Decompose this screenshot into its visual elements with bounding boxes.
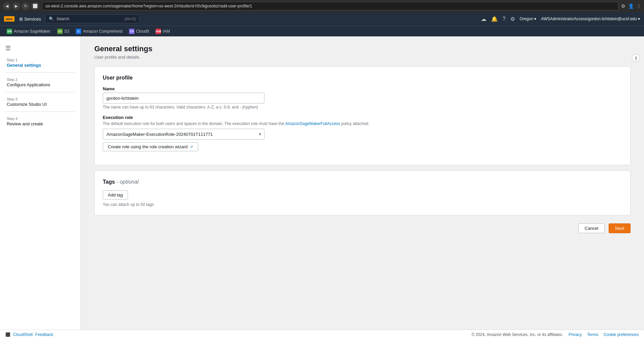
- aws-logo: aws: [4, 16, 14, 22]
- footer: ⬛ CloudShell Feedback © 2024, Amazon Web…: [0, 330, 644, 339]
- name-label: Name: [103, 86, 622, 91]
- sidebar-menu-button[interactable]: ☰: [0, 42, 16, 55]
- cookie-preferences-link[interactable]: Cookie preferences: [604, 332, 639, 337]
- execution-role-desc2: policy attached.: [341, 121, 369, 126]
- cloudshell-label[interactable]: CloudShell: [13, 332, 33, 337]
- execution-role-link[interactable]: AmazonSageMakerFullAccess: [285, 121, 340, 126]
- search-icon: 🔍: [49, 17, 54, 21]
- sidebar: ☰ Step 1 General settings Step 2 Configu…: [0, 36, 81, 330]
- help-icon[interactable]: ?: [503, 16, 506, 22]
- name-field: Name The name can have up to 63 characte…: [103, 86, 622, 110]
- name-hint: The name can have up to 63 characters. V…: [103, 105, 622, 110]
- sidebar-step-2: Step 2 Configure Applications: [0, 74, 80, 91]
- create-role-button[interactable]: Create role using the role creation wiza…: [103, 142, 198, 151]
- services-label: Services: [24, 17, 41, 22]
- info-icon[interactable]: ℹ: [632, 54, 640, 62]
- fav-label-s3: S3: [64, 29, 69, 34]
- url-bar[interactable]: us-west-2.console.aws.amazon.com/sagemak…: [42, 2, 618, 10]
- fav-item-comprehend[interactable]: C Amazon Comprehend: [73, 28, 125, 35]
- execution-role-field: Execution role The default execution rol…: [103, 115, 622, 151]
- topnav-right: ☁ 🔔 ? ⚙ Oregon ▾ AWSAdministratorAccess/…: [481, 16, 640, 22]
- extensions-icon[interactable]: ⚙: [621, 3, 625, 9]
- external-link-icon: ↗: [190, 145, 193, 149]
- region-button[interactable]: Oregon ▾: [520, 17, 536, 21]
- fav-label-comprehend: Amazon Comprehend: [83, 29, 122, 34]
- comprehend-icon: C: [76, 29, 81, 34]
- bell-icon[interactable]: 🔔: [491, 16, 498, 22]
- divider-3: [5, 112, 75, 112]
- tags-title: Tags - optional: [103, 179, 622, 185]
- tags-card: Tags - optional Add tag You can attach u…: [94, 171, 631, 215]
- feedback-label[interactable]: Feedback: [35, 332, 53, 337]
- copyright-text: © 2024, Amazon Web Services, Inc. or its…: [472, 332, 563, 337]
- more-icon[interactable]: ⋮: [637, 3, 641, 9]
- fav-item-s3[interactable]: S3 S3: [55, 28, 72, 35]
- cloud-icon[interactable]: ☁: [481, 16, 486, 22]
- fav-item-iam[interactable]: IAM IAM: [153, 28, 172, 35]
- back-button[interactable]: ◀: [3, 2, 11, 10]
- fav-label-sagemaker: Amazon SageMaker: [14, 29, 51, 34]
- account-button[interactable]: AWSAdministratorAccess/gordon.lichtstein…: [541, 17, 640, 21]
- execution-role-select-wrapper: AmazonSageMaker-ExecutionRole-20240701T1…: [103, 129, 264, 140]
- s3-icon: S3: [57, 29, 63, 34]
- divider-1: [5, 72, 75, 73]
- aws-topnav: aws ⊞ Services 🔍 Search [Alt+S] ☁ 🔔 ? ⚙ …: [0, 12, 644, 26]
- step4-label: Step 4: [7, 117, 75, 121]
- tags-title-text: Tags: [103, 179, 115, 185]
- tags-hint: You can attach up to 50 tags: [103, 202, 622, 207]
- forward-button[interactable]: ▶: [12, 2, 20, 10]
- account-label: AWSAdministratorAccess/gordon.lichtstein…: [541, 17, 640, 21]
- browser-nav-btns: ◀ ▶ ↻ ⬜: [3, 2, 39, 10]
- sidebar-step-4: Step 4 Review and create: [0, 113, 80, 130]
- tab-button[interactable]: ⬜: [31, 2, 39, 10]
- region-label: Oregon ▾: [520, 17, 536, 21]
- content-area: General settings User profile and detail…: [81, 36, 644, 330]
- execution-role-desc-text: The default execution role for both user…: [103, 121, 284, 126]
- divider-2: [5, 92, 75, 92]
- user-profile-card: User profile Name The name can have up t…: [94, 66, 631, 165]
- search-shortcut: [Alt+S]: [125, 17, 136, 21]
- step2-title: Configure Applications: [7, 82, 75, 87]
- step3-label: Step 3: [7, 97, 75, 101]
- terms-link[interactable]: Terms: [587, 332, 598, 337]
- profile-icon[interactable]: 👤: [628, 3, 634, 9]
- services-button[interactable]: ⊞ Services: [19, 17, 41, 22]
- fav-item-sagemaker[interactable]: SM Amazon SageMaker: [4, 28, 53, 35]
- main-layout: ☰ Step 1 General settings Step 2 Configu…: [0, 36, 644, 330]
- add-tag-button[interactable]: Add tag: [103, 190, 128, 199]
- page-title: General settings: [94, 44, 631, 53]
- execution-role-description: The default execution role for both user…: [103, 121, 622, 126]
- footer-right: © 2024, Amazon Web Services, Inc. or its…: [472, 332, 639, 337]
- step2-label: Step 2: [7, 78, 75, 82]
- sidebar-step-3: Step 3 Customize Studio UI: [0, 94, 80, 110]
- execution-role-select[interactable]: AmazonSageMaker-ExecutionRole-20240701T1…: [103, 129, 264, 140]
- step3-title: Customize Studio UI: [7, 102, 75, 107]
- fav-label-iam: IAM: [163, 29, 170, 34]
- name-input[interactable]: [103, 93, 264, 103]
- create-role-label: Create role using the role creation wiza…: [108, 144, 188, 149]
- action-bar: Cancel Next: [94, 223, 631, 241]
- terminal-icon: ⬛: [5, 332, 10, 337]
- search-placeholder: Search: [57, 17, 69, 21]
- step4-title: Review and create: [7, 121, 75, 126]
- sidebar-step-1: Step 1 General settings: [0, 55, 80, 71]
- privacy-link[interactable]: Privacy: [569, 332, 582, 337]
- browser-bar: ◀ ▶ ↻ ⬜ us-west-2.console.aws.amazon.com…: [0, 0, 644, 12]
- step1-label: Step 1: [7, 58, 75, 62]
- execution-role-label: Execution role: [103, 115, 622, 120]
- grid-icon: ⊞: [19, 17, 23, 22]
- browser-icons: ⚙ 👤 ⋮: [621, 3, 641, 9]
- cloud9-icon: C9: [129, 29, 134, 34]
- fav-item-cloud9[interactable]: C9 Cloud9: [126, 28, 152, 35]
- reload-button[interactable]: ↻: [22, 2, 30, 10]
- fav-label-cloud9: Cloud9: [136, 29, 149, 34]
- gear-icon[interactable]: ⚙: [510, 16, 515, 22]
- step1-title: General settings: [7, 63, 75, 68]
- iam-icon: IAM: [156, 29, 161, 34]
- cancel-button[interactable]: Cancel: [578, 223, 605, 233]
- url-text: us-west-2.console.aws.amazon.com/sagemak…: [45, 4, 252, 8]
- favorites-bar: SM Amazon SageMaker S3 S3 C Amazon Compr…: [0, 26, 644, 36]
- footer-left: ⬛ CloudShell Feedback: [5, 332, 53, 337]
- search-bar[interactable]: 🔍 Search [Alt+S]: [45, 14, 139, 23]
- next-button[interactable]: Next: [609, 223, 631, 233]
